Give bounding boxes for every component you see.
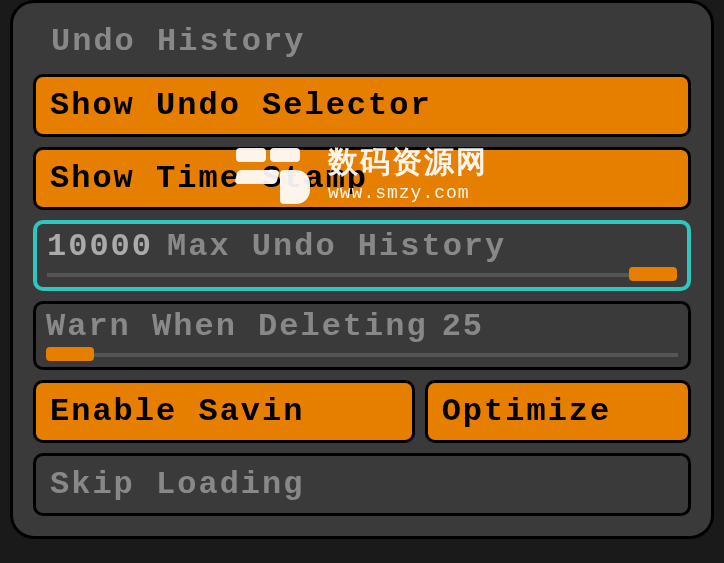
slider-line	[46, 353, 678, 357]
max-undo-track[interactable]	[47, 267, 677, 285]
button-row: Enable Savin Optimize	[33, 380, 691, 443]
warn-deleting-slider[interactable]: Warn When Deleting 25	[33, 301, 691, 370]
max-undo-history-slider[interactable]: 10000 Max Undo History	[33, 220, 691, 291]
show-time-stamp-button[interactable]: Show Time Stamp	[33, 147, 691, 210]
warn-deleting-track[interactable]	[46, 347, 678, 365]
panel-title: Undo History	[33, 15, 691, 74]
warn-deleting-value: 25	[442, 308, 484, 345]
slider-handle-icon[interactable]	[46, 347, 94, 361]
show-undo-selector-button[interactable]: Show Undo Selector	[33, 74, 691, 137]
skip-loading-button[interactable]: Skip Loading	[33, 453, 691, 516]
slider-handle-icon[interactable]	[629, 267, 677, 281]
enable-saving-button[interactable]: Enable Savin	[33, 380, 415, 443]
undo-history-panel: Undo History Show Undo Selector Show Tim…	[10, 0, 714, 539]
optimize-button[interactable]: Optimize	[425, 380, 691, 443]
warn-deleting-label: Warn When Deleting	[46, 308, 428, 345]
slider-line	[47, 273, 677, 277]
max-undo-label: Max Undo History	[167, 228, 506, 265]
max-undo-value: 10000	[47, 228, 153, 265]
